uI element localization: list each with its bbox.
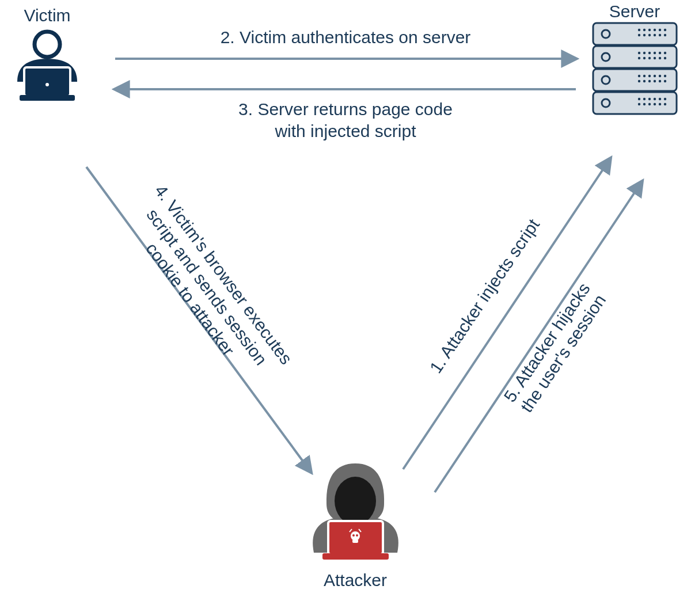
svg-rect-4 <box>593 23 677 45</box>
svg-point-51 <box>654 98 656 100</box>
svg-point-0 <box>35 32 60 57</box>
svg-point-41 <box>664 75 666 77</box>
step-3-label-b: with injected script <box>274 121 416 140</box>
svg-point-57 <box>654 103 656 105</box>
svg-point-30 <box>638 57 640 59</box>
svg-point-50 <box>648 98 651 100</box>
svg-point-29 <box>664 52 666 54</box>
svg-point-25 <box>643 52 646 54</box>
svg-point-45 <box>654 80 656 82</box>
svg-point-32 <box>648 57 651 59</box>
svg-point-14 <box>648 29 651 31</box>
svg-rect-64 <box>352 539 358 543</box>
svg-point-13 <box>643 29 646 31</box>
svg-point-52 <box>659 98 661 100</box>
svg-point-66 <box>356 534 358 537</box>
svg-point-24 <box>638 52 640 54</box>
svg-point-48 <box>638 98 640 100</box>
step-2-label: 2. Victim authenticates on server <box>221 28 471 47</box>
svg-point-43 <box>643 80 646 82</box>
victim-label: Victim <box>24 6 70 25</box>
attacker-node: Attacker <box>313 463 398 590</box>
svg-point-33 <box>654 57 656 59</box>
svg-point-19 <box>643 34 646 36</box>
svg-point-56 <box>648 103 651 105</box>
server-node: Server <box>593 2 677 114</box>
attacker-icon <box>313 463 398 560</box>
svg-point-20 <box>648 34 651 36</box>
svg-point-47 <box>664 80 666 82</box>
step-3-label-a: 3. Server returns page code <box>238 100 453 119</box>
svg-point-15 <box>654 29 656 31</box>
svg-point-58 <box>659 103 661 105</box>
svg-rect-62 <box>322 553 389 560</box>
svg-point-36 <box>638 75 640 77</box>
svg-point-37 <box>643 75 646 77</box>
svg-point-22 <box>659 34 661 36</box>
svg-point-17 <box>664 29 666 31</box>
svg-point-39 <box>654 75 656 77</box>
server-icon <box>593 23 677 114</box>
svg-point-3 <box>45 83 49 86</box>
step-4-label-b: script and sends session <box>143 205 271 368</box>
svg-point-35 <box>664 57 666 59</box>
svg-point-55 <box>643 103 646 105</box>
svg-point-42 <box>638 80 640 82</box>
svg-rect-2 <box>20 95 75 101</box>
attacker-label: Attacker <box>324 571 387 590</box>
svg-point-49 <box>643 98 646 100</box>
svg-point-21 <box>654 34 656 36</box>
svg-point-26 <box>648 52 651 54</box>
svg-point-34 <box>659 57 661 59</box>
svg-rect-1 <box>24 67 70 96</box>
svg-point-59 <box>664 103 666 105</box>
xss-diagram: Victim Server <box>0 0 691 616</box>
step-1-label: 1. Attacker injects script <box>426 215 544 377</box>
svg-point-65 <box>352 534 355 537</box>
svg-point-38 <box>648 75 651 77</box>
svg-point-31 <box>643 57 646 59</box>
svg-rect-6 <box>593 69 677 91</box>
svg-point-63 <box>351 531 360 541</box>
svg-point-16 <box>659 29 661 31</box>
svg-point-40 <box>659 75 661 77</box>
svg-point-28 <box>659 52 661 54</box>
server-label: Server <box>609 2 660 21</box>
svg-point-18 <box>638 34 640 36</box>
svg-rect-5 <box>593 46 677 68</box>
step-4-labels: 4. Victim's browser executes script and … <box>118 181 297 393</box>
svg-point-44 <box>648 80 651 82</box>
svg-point-54 <box>638 103 640 105</box>
svg-rect-7 <box>593 92 677 114</box>
victim-node: Victim <box>17 6 77 101</box>
victim-icon <box>17 32 77 101</box>
svg-point-46 <box>659 80 661 82</box>
svg-point-27 <box>654 52 656 54</box>
svg-point-23 <box>664 34 666 36</box>
svg-point-53 <box>664 98 666 100</box>
svg-point-60 <box>335 477 376 525</box>
svg-point-12 <box>638 29 640 31</box>
